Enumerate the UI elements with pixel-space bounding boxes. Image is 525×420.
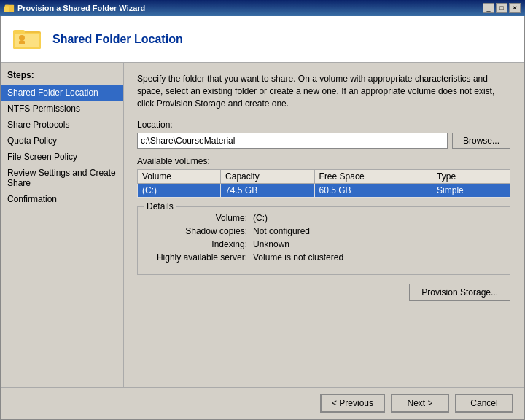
cancel-button[interactable]: Cancel xyxy=(455,394,513,413)
provision-storage-button[interactable]: Provision Storage... xyxy=(409,284,510,301)
next-button[interactable]: Next > xyxy=(391,394,449,413)
previous-button[interactable]: < Previous xyxy=(320,394,385,413)
sidebar-item-quota-policy[interactable]: Quota Policy xyxy=(1,133,123,149)
volumes-group: Available volumes: Volume Capacity Free … xyxy=(137,156,510,198)
sidebar: Steps: Shared Folder Location NTFS Permi… xyxy=(1,63,124,387)
minimize-button[interactable]: _ xyxy=(483,3,494,13)
sidebar-item-shared-folder-location[interactable]: Shared Folder Location xyxy=(1,85,123,101)
col-capacity: Capacity xyxy=(221,170,314,184)
main-window: Shared Folder Location Steps: Shared Fol… xyxy=(0,16,525,420)
sidebar-item-confirmation[interactable]: Confirmation xyxy=(1,191,123,207)
maximize-button[interactable]: □ xyxy=(496,3,508,13)
svg-rect-6 xyxy=(15,34,39,47)
window-title: Provision a Shared Folder Wizard xyxy=(18,4,145,12)
sidebar-item-file-screen-policy[interactable]: File Screen Policy xyxy=(1,149,123,165)
details-row: Volume:(C:) xyxy=(145,213,502,223)
details-legend: Details xyxy=(144,201,176,211)
col-free-space: Free Space xyxy=(314,170,432,184)
window-icon xyxy=(4,3,15,13)
sidebar-item-share-protocols[interactable]: Share Protocols xyxy=(1,117,123,133)
location-group: Location: Browse... xyxy=(137,120,510,149)
content-area: Specify the folder that you want to shar… xyxy=(124,63,524,387)
browse-button[interactable]: Browse... xyxy=(452,133,510,149)
sidebar-heading: Steps: xyxy=(1,67,123,85)
wizard-body: Steps: Shared Folder Location NTFS Permi… xyxy=(1,63,524,387)
table-row[interactable]: (C:)74.5 GB60.5 GBSimple xyxy=(138,184,510,198)
details-row: Indexing:Unknown xyxy=(145,239,502,249)
location-label: Location: xyxy=(137,120,510,130)
details-box: Details Volume:(C:)Shadow copies:Not con… xyxy=(137,206,510,275)
volumes-label: Available volumes: xyxy=(137,156,510,166)
window-controls: _ □ ✕ xyxy=(483,3,521,13)
title-bar: Provision a Shared Folder Wizard _ □ ✕ xyxy=(0,0,525,16)
sidebar-item-ntfs-permissions[interactable]: NTFS Permissions xyxy=(1,101,123,117)
sidebar-item-review-settings[interactable]: Review Settings and Create Share xyxy=(1,165,123,191)
wizard-footer: < Previous Next > Cancel xyxy=(1,387,524,419)
wizard-header-icon xyxy=(12,24,42,55)
details-row: Highly available server:Volume is not cl… xyxy=(145,252,502,262)
svg-rect-8 xyxy=(19,41,25,44)
col-type: Type xyxy=(432,170,510,184)
svg-point-7 xyxy=(19,35,25,41)
wizard-header: Shared Folder Location xyxy=(1,16,524,63)
volumes-table: Volume Capacity Free Space Type (C:)74.5… xyxy=(137,169,510,198)
svg-rect-2 xyxy=(4,6,9,12)
details-row: Shadow copies:Not configured xyxy=(145,226,502,236)
col-volume: Volume xyxy=(138,170,221,184)
close-button[interactable]: ✕ xyxy=(509,3,521,13)
location-input[interactable] xyxy=(137,133,448,149)
description-text: Specify the folder that you want to shar… xyxy=(137,73,510,109)
details-rows: Volume:(C:)Shadow copies:Not configuredI… xyxy=(145,213,502,262)
page-title: Shared Folder Location xyxy=(52,33,183,46)
